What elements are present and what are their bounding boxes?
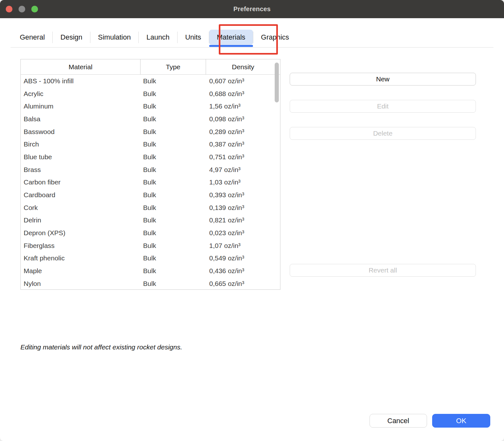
revert-all-button[interactable]: Revert all bbox=[290, 264, 476, 277]
tab-units[interactable]: Units bbox=[178, 30, 209, 45]
cancel-button[interactable]: Cancel bbox=[370, 414, 427, 428]
table-row[interactable]: ABS - 100% infillBulk0,607 oz/in³ bbox=[21, 75, 280, 87]
cell-type: Bulk bbox=[141, 140, 206, 148]
cell-type: Bulk bbox=[141, 90, 206, 98]
cell-density: 0,289 oz/in³ bbox=[206, 128, 280, 136]
materials-note: Editing materials will not affect existi… bbox=[20, 343, 182, 351]
table-row[interactable]: AluminumBulk1,56 oz/in³ bbox=[21, 100, 280, 113]
table-row[interactable]: AcrylicBulk0,688 oz/in³ bbox=[21, 87, 280, 100]
cell-density: 0,688 oz/in³ bbox=[206, 90, 280, 98]
cell-type: Bulk bbox=[141, 204, 206, 212]
window-title: Preferences bbox=[233, 5, 271, 13]
cell-density: 0,387 oz/in³ bbox=[206, 140, 280, 148]
cell-material: Depron (XPS) bbox=[21, 229, 141, 237]
cell-density: 0,607 oz/in³ bbox=[206, 77, 280, 85]
cell-material: Cork bbox=[21, 204, 141, 212]
delete-button[interactable]: Delete bbox=[290, 127, 476, 140]
ok-button[interactable]: OK bbox=[432, 414, 490, 428]
tab-design[interactable]: Design bbox=[53, 30, 90, 45]
cell-material: Nylon bbox=[21, 280, 141, 288]
cell-material: Basswood bbox=[21, 128, 141, 136]
cell-type: Bulk bbox=[141, 216, 206, 224]
minimize-button[interactable] bbox=[19, 6, 25, 12]
table-row[interactable]: CardboardBulk0,393 oz/in³ bbox=[21, 189, 280, 201]
cell-type: Bulk bbox=[141, 191, 206, 199]
tab-launch[interactable]: Launch bbox=[139, 30, 177, 45]
cell-material: Maple bbox=[21, 267, 141, 275]
cell-density: 1,07 oz/in³ bbox=[206, 242, 280, 250]
cell-density: 0,821 oz/in³ bbox=[206, 216, 280, 224]
table-row[interactable]: NylonBulk0,665 oz/in³ bbox=[21, 277, 280, 290]
cell-type: Bulk bbox=[141, 128, 206, 136]
cell-material: Delrin bbox=[21, 216, 141, 224]
table-body: ABS - 100% infillBulk0,607 oz/in³Acrylic… bbox=[21, 75, 280, 290]
cell-type: Bulk bbox=[141, 280, 206, 288]
cell-type: Bulk bbox=[141, 242, 206, 250]
cell-type: Bulk bbox=[141, 166, 206, 174]
cell-density: 0,751 oz/in³ bbox=[206, 153, 280, 161]
preferences-window: Preferences GeneralDesignSimulationLaunc… bbox=[0, 0, 504, 441]
table-row[interactable]: DelrinBulk0,821 oz/in³ bbox=[21, 214, 280, 227]
cell-density: 4,97 oz/in³ bbox=[206, 166, 280, 174]
cell-material: Cardboard bbox=[21, 191, 141, 199]
table-row[interactable]: Carbon fiberBulk1,03 oz/in³ bbox=[21, 176, 280, 189]
tab-simulation[interactable]: Simulation bbox=[90, 30, 139, 45]
cell-type: Bulk bbox=[141, 178, 206, 186]
table-row[interactable]: CorkBulk0,139 oz/in³ bbox=[21, 201, 280, 214]
cell-material: Balsa bbox=[21, 115, 141, 123]
cell-density: 0,436 oz/in³ bbox=[206, 267, 280, 275]
cell-type: Bulk bbox=[141, 153, 206, 161]
cell-density: 0,098 oz/in³ bbox=[206, 115, 280, 123]
cell-density: 1,03 oz/in³ bbox=[206, 178, 280, 186]
traffic-lights bbox=[6, 6, 38, 12]
close-button[interactable] bbox=[6, 6, 12, 12]
cell-type: Bulk bbox=[141, 115, 206, 123]
cell-material: ABS - 100% infill bbox=[21, 77, 141, 85]
table-row[interactable]: BrassBulk4,97 oz/in³ bbox=[21, 163, 280, 176]
title-bar: Preferences bbox=[0, 0, 504, 18]
cell-material: Acrylic bbox=[21, 90, 141, 98]
vertical-scrollbar-thumb[interactable] bbox=[275, 63, 279, 102]
cell-type: Bulk bbox=[141, 102, 206, 110]
tab-graphics[interactable]: Graphics bbox=[253, 30, 297, 45]
tab-materials[interactable]: Materials bbox=[209, 30, 253, 45]
cell-material: Fiberglass bbox=[21, 242, 141, 250]
materials-table: Material Type Density ABS - 100% infillB… bbox=[20, 59, 280, 290]
table-row[interactable]: MapleBulk0,436 oz/in³ bbox=[21, 265, 280, 277]
cell-density: 0,139 oz/in³ bbox=[206, 204, 280, 212]
cell-material: Aluminum bbox=[21, 102, 141, 110]
cell-material: Carbon fiber bbox=[21, 178, 141, 186]
table-header: Material Type Density bbox=[21, 59, 280, 75]
new-button[interactable]: New bbox=[290, 73, 476, 86]
cell-type: Bulk bbox=[141, 267, 206, 275]
cell-type: Bulk bbox=[141, 254, 206, 262]
cell-material: Brass bbox=[21, 166, 141, 174]
table-row[interactable]: BalsaBulk0,098 oz/in³ bbox=[21, 113, 280, 125]
edit-button[interactable]: Edit bbox=[290, 100, 476, 113]
column-header-material[interactable]: Material bbox=[21, 59, 141, 74]
table-row[interactable]: FiberglassBulk1,07 oz/in³ bbox=[21, 239, 280, 252]
cell-density: 0,665 oz/in³ bbox=[206, 280, 280, 288]
column-header-type[interactable]: Type bbox=[141, 59, 206, 74]
cell-material: Blue tube bbox=[21, 153, 141, 161]
cell-material: Birch bbox=[21, 140, 141, 148]
column-header-density[interactable]: Density bbox=[206, 59, 280, 74]
zoom-button[interactable] bbox=[31, 6, 38, 12]
cell-density: 1,56 oz/in³ bbox=[206, 102, 280, 110]
cell-type: Bulk bbox=[141, 229, 206, 237]
table-row[interactable]: BasswoodBulk0,289 oz/in³ bbox=[21, 125, 280, 138]
table-row[interactable]: Kraft phenolicBulk0,549 oz/in³ bbox=[21, 252, 280, 265]
table-row[interactable]: BirchBulk0,387 oz/in³ bbox=[21, 138, 280, 151]
tab-general[interactable]: General bbox=[12, 30, 52, 45]
cell-material: Kraft phenolic bbox=[21, 254, 141, 262]
cell-density: 0,549 oz/in³ bbox=[206, 254, 280, 262]
table-row[interactable]: Depron (XPS)Bulk0,023 oz/in³ bbox=[21, 227, 280, 239]
tab-bar-divider bbox=[11, 47, 493, 48]
tab-bar: GeneralDesignSimulationLaunchUnitsMateri… bbox=[12, 28, 492, 47]
cell-density: 0,393 oz/in³ bbox=[206, 191, 280, 199]
table-row[interactable]: Blue tubeBulk0,751 oz/in³ bbox=[21, 151, 280, 163]
cell-type: Bulk bbox=[141, 77, 206, 85]
cell-density: 0,023 oz/in³ bbox=[206, 229, 280, 237]
